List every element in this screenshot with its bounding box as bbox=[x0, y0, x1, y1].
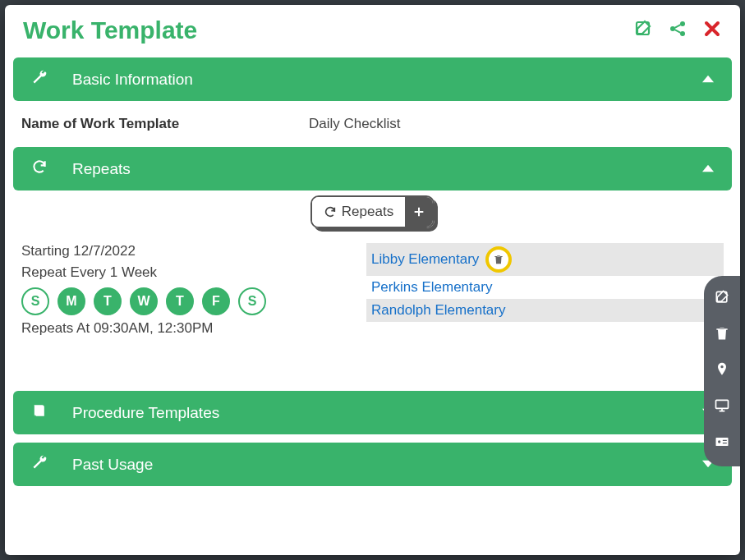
close-icon[interactable] bbox=[702, 19, 722, 42]
refresh-icon bbox=[31, 158, 48, 179]
monitor-icon[interactable] bbox=[714, 397, 730, 417]
day-toggle[interactable]: S bbox=[21, 287, 49, 315]
repeats-tab-group: Repeats bbox=[310, 195, 435, 228]
modal-header: Work Template bbox=[5, 5, 740, 53]
section-repeats[interactable]: Repeats bbox=[13, 147, 732, 190]
chevron-up-icon bbox=[702, 71, 714, 89]
repeats-tab-wrap: Repeats bbox=[13, 195, 732, 228]
modal-body: Basic Information Name of Work Template … bbox=[5, 53, 740, 499]
svg-rect-6 bbox=[716, 438, 729, 446]
work-template-modal: Work Template Basic Information Name of bbox=[5, 5, 740, 555]
chevron-up-icon bbox=[702, 160, 714, 178]
page-title: Work Template bbox=[23, 16, 197, 44]
share-icon[interactable] bbox=[668, 19, 688, 42]
day-row: SMTWTFS bbox=[21, 287, 333, 315]
add-repeat-button[interactable] bbox=[405, 197, 433, 227]
locations-list: Libby ElementaryPerkins ElementaryRandol… bbox=[366, 243, 724, 342]
section-procedure-templates[interactable]: Procedure Templates bbox=[13, 391, 732, 434]
refresh-icon bbox=[324, 205, 337, 218]
day-toggle[interactable]: T bbox=[166, 287, 194, 315]
side-rail bbox=[704, 276, 740, 466]
id-card-icon[interactable] bbox=[714, 434, 730, 453]
day-toggle[interactable]: F bbox=[202, 287, 230, 315]
svg-rect-5 bbox=[716, 400, 729, 408]
section-past-usage[interactable]: Past Usage bbox=[13, 443, 732, 486]
day-toggle[interactable]: W bbox=[130, 287, 158, 315]
name-value: Daily Checklist bbox=[309, 116, 717, 132]
day-toggle[interactable]: M bbox=[57, 287, 85, 315]
basic-info-row: Name of Work Template Daily Checklist bbox=[13, 106, 732, 147]
times-text: Repeats At 09:30AM, 12:30PM bbox=[21, 320, 333, 337]
interval-text: Repeat Every 1 Week bbox=[21, 264, 333, 281]
location-link[interactable]: Perkins Elementary bbox=[371, 279, 492, 296]
edit-icon[interactable] bbox=[633, 19, 653, 42]
location-row: Randolph Elementary bbox=[366, 299, 724, 322]
wrench-icon bbox=[31, 454, 48, 475]
repeats-content: Starting 12/7/2022 Repeat Every 1 Week S… bbox=[13, 243, 732, 366]
trash-icon bbox=[493, 254, 504, 265]
repeat-config: Starting 12/7/2022 Repeat Every 1 Week S… bbox=[21, 243, 333, 342]
repeats-tab-label: Repeats bbox=[342, 204, 393, 220]
trash-icon[interactable] bbox=[714, 325, 730, 345]
location-link[interactable]: Randolph Elementary bbox=[371, 302, 505, 319]
book-icon bbox=[31, 402, 48, 423]
delete-location-button[interactable] bbox=[485, 246, 512, 273]
section-label: Past Usage bbox=[72, 456, 153, 474]
day-toggle[interactable]: S bbox=[238, 287, 266, 315]
starting-text: Starting 12/7/2022 bbox=[21, 243, 333, 259]
pin-icon[interactable] bbox=[714, 361, 730, 381]
location-row: Libby Elementary bbox=[366, 243, 724, 276]
name-label: Name of Work Template bbox=[21, 116, 309, 132]
repeats-tab[interactable]: Repeats bbox=[312, 197, 405, 227]
location-link[interactable]: Libby Elementary bbox=[371, 251, 479, 268]
section-label: Basic Information bbox=[72, 71, 193, 89]
section-label: Repeats bbox=[72, 160, 131, 178]
section-label: Procedure Templates bbox=[72, 404, 219, 422]
location-row: Perkins Elementary bbox=[366, 276, 724, 299]
svg-point-7 bbox=[718, 440, 720, 443]
header-actions bbox=[633, 19, 722, 42]
plus-icon bbox=[412, 205, 425, 218]
wrench-icon bbox=[31, 69, 48, 90]
day-toggle[interactable]: T bbox=[94, 287, 122, 315]
edit-icon[interactable] bbox=[714, 289, 730, 309]
section-basic-information[interactable]: Basic Information bbox=[13, 57, 732, 101]
